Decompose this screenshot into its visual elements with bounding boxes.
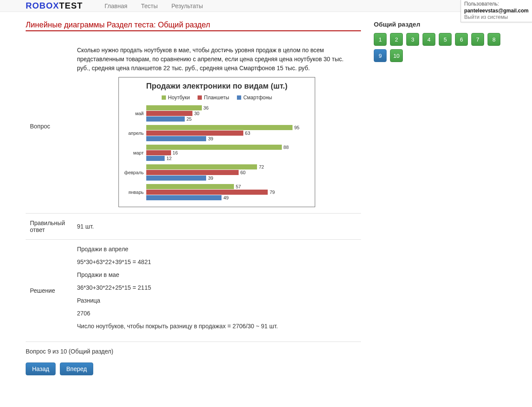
bar-value: 60 <box>240 170 245 175</box>
bar <box>146 195 222 200</box>
bar-value: 88 <box>284 145 289 150</box>
solution-line: 95*30+63*22+39*15 = 4821 <box>77 258 357 265</box>
bar <box>146 170 239 175</box>
solution-line: Продажи в мае <box>77 271 357 278</box>
legend-swatch <box>237 95 241 100</box>
legend-item: Ноутбуки <box>162 95 190 101</box>
chart-category: май363025 <box>122 105 311 122</box>
question-nav-1[interactable]: 1 <box>374 33 387 46</box>
legend-swatch <box>162 95 166 100</box>
bar-value: 36 <box>204 105 209 110</box>
category-label: март <box>122 150 146 155</box>
bar-value: 95 <box>294 125 299 130</box>
nav-home[interactable]: Главная <box>98 3 134 9</box>
category-label: январь <box>122 190 146 195</box>
bar-value: 63 <box>245 131 250 136</box>
bar-value: 72 <box>259 164 264 169</box>
bar <box>146 125 293 130</box>
chart-legend: НоутбукиПланшетыСмартфоны <box>122 95 311 101</box>
progress-text: Вопрос 9 из 10 (Общий раздел) <box>26 348 361 355</box>
bar <box>146 190 268 195</box>
solution-line: 36*30+30*22+25*15 = 2115 <box>77 284 357 291</box>
bar <box>146 156 165 161</box>
bar <box>146 131 243 136</box>
bar-value: 30 <box>194 111 199 116</box>
bar <box>146 175 206 181</box>
question-nav-2[interactable]: 2 <box>390 33 403 46</box>
bar-value: 39 <box>208 175 213 181</box>
legend-label: Смартфоны <box>243 95 272 101</box>
bar <box>146 145 282 150</box>
user-label: Пользователь: <box>464 1 499 7</box>
legend-item: Смартфоны <box>237 95 272 101</box>
question-table: Вопрос Сколько нужно продать ноутбуков в… <box>26 40 361 342</box>
question-nav-7[interactable]: 7 <box>471 33 484 46</box>
user-email: panteleevstas@gmail.com <box>464 8 529 15</box>
solution-label: Решение <box>26 239 73 342</box>
question-nav-10[interactable]: 10 <box>390 49 403 62</box>
bar <box>146 184 234 189</box>
chart-category: март881612 <box>122 144 311 161</box>
main-content: Линейные диаграммы Раздел теста: Общий р… <box>26 21 361 375</box>
category-label: май <box>122 111 146 116</box>
page-title: Линейные диаграммы Раздел теста: Общий р… <box>26 21 361 30</box>
category-label: апрель <box>122 131 146 136</box>
question-nav-6[interactable]: 6 <box>455 33 468 46</box>
legend-label: Ноутбуки <box>168 95 190 101</box>
bar-value: 39 <box>208 136 213 141</box>
chart-category: январь577949 <box>122 184 311 201</box>
back-button[interactable]: Назад <box>26 362 56 375</box>
chart-category: февраль726039 <box>122 164 311 181</box>
bar <box>146 136 206 141</box>
next-button[interactable]: Вперед <box>60 362 93 375</box>
navbar: ROBOXTEST Главная Тесты Результаты Польз… <box>0 0 532 12</box>
chart-body: май363025апрель956339март881612февраль72… <box>122 105 311 201</box>
nav-tests[interactable]: Тесты <box>134 3 165 9</box>
solution-line: Продажи в апреле <box>77 246 357 253</box>
bar-value: 79 <box>269 190 275 195</box>
bar-value: 57 <box>236 184 241 189</box>
chart-title: Продажи электроники по видам (шт.) <box>122 82 311 91</box>
solution-line: Число ноутбуков, чтобы покрыть разницу в… <box>77 323 357 330</box>
chart-category: апрель956339 <box>122 125 311 142</box>
nav-results[interactable]: Результаты <box>165 3 210 9</box>
bar-value: 12 <box>166 156 171 161</box>
solution-body: Продажи в апреле95*30+63*22+39*15 = 4821… <box>73 239 361 342</box>
bar <box>146 116 185 122</box>
bar-value: 16 <box>173 150 178 155</box>
logout-link[interactable]: Выйти из системы <box>464 14 529 21</box>
question-nav-5[interactable]: 5 <box>439 33 452 46</box>
bar-value: 25 <box>186 116 192 122</box>
answer-label: Правильный ответ <box>26 213 73 239</box>
bar <box>146 150 171 155</box>
user-box: Пользователь: panteleevstas@gmail.com Вы… <box>461 0 532 22</box>
question-nav: 12345678910 <box>374 33 515 62</box>
bar-value: 49 <box>223 195 228 200</box>
solution-line: 2706 <box>77 310 357 317</box>
bar <box>146 111 192 116</box>
bar <box>146 164 257 169</box>
answer-value: 91 шт. <box>73 213 361 239</box>
solution-line: Разница <box>77 297 357 304</box>
question-text: Сколько нужно продать ноутбуков в мае, ч… <box>77 46 357 73</box>
legend-item: Планшеты <box>198 95 229 101</box>
brand-logo[interactable]: ROBOXTEST <box>26 1 83 11</box>
question-nav-3[interactable]: 3 <box>406 33 419 46</box>
sidebar: Общий раздел 12345678910 <box>374 21 515 375</box>
chart: Продажи электроники по видам (шт.) Ноутб… <box>118 77 315 207</box>
legend-swatch <box>198 95 202 100</box>
category-label: февраль <box>122 170 146 175</box>
legend-label: Планшеты <box>204 95 229 101</box>
bar <box>146 105 202 110</box>
question-nav-4[interactable]: 4 <box>423 33 435 46</box>
question-label: Вопрос <box>26 40 73 213</box>
question-nav-9[interactable]: 9 <box>374 49 387 62</box>
question-nav-8[interactable]: 8 <box>488 33 500 46</box>
